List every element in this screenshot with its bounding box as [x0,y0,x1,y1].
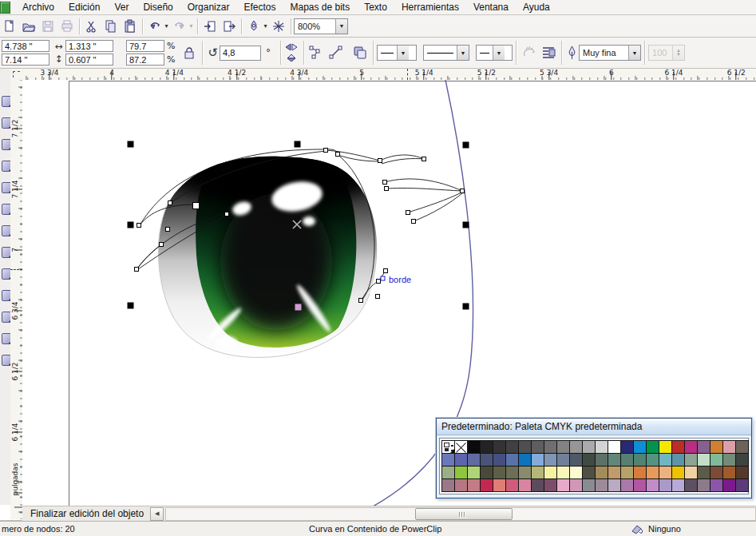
color-swatch[interactable] [621,454,633,466]
color-swatch[interactable] [736,454,748,466]
vertical-ruler[interactable]: 7 3/47 1/27 1/476 3/46 1/26 1/4pulgadas [10,80,23,519]
copy-icon[interactable] [101,18,121,35]
color-swatch[interactable] [506,479,518,491]
app-launcher-dropdown-icon[interactable]: ▾ [262,22,269,30]
color-swatch[interactable] [672,479,684,491]
color-swatch[interactable] [596,441,608,453]
color-swatch[interactable] [519,479,531,491]
color-swatch[interactable] [519,441,531,453]
color-swatch[interactable] [493,454,505,466]
color-swatch[interactable] [455,467,467,478]
chevron-down-icon[interactable]: ▼ [397,46,409,60]
color-swatch[interactable] [493,441,505,453]
menu-ventana[interactable]: Ventana [466,1,516,14]
color-swatch[interactable] [647,479,659,491]
spinner-buttons-icon[interactable]: ▲▼ [672,46,684,60]
menu-herramientas[interactable]: Herramientas [394,1,466,14]
color-swatch[interactable] [455,479,467,491]
menu-edicion[interactable]: Edición [61,1,107,14]
color-swatch[interactable] [621,441,633,453]
color-swatch[interactable] [723,479,735,491]
color-swatch[interactable] [647,441,659,453]
outline-width-combo[interactable]: Muy fina ▼ [579,45,641,61]
color-swatch[interactable] [493,479,505,491]
color-swatch[interactable] [736,467,748,478]
color-swatch[interactable] [557,454,569,466]
scale-y-field[interactable] [126,54,164,66]
color-swatch[interactable] [544,467,556,478]
end-arrowhead-combo[interactable]: ▼ [476,45,513,61]
color-swatch[interactable] [544,454,556,466]
new-document-icon[interactable] [0,18,19,35]
color-swatch[interactable] [698,479,710,491]
color-swatch[interactable] [672,467,684,478]
finish-editing-tab[interactable]: Finalizar edición del objeto [22,508,144,519]
undo-icon[interactable] [145,18,164,35]
combine-icon[interactable] [350,44,370,62]
menu-mapas-de-bits[interactable]: Mapas de bits [283,1,357,14]
color-swatch[interactable] [570,454,582,466]
color-swatch[interactable] [710,454,722,466]
line-style-combo[interactable]: ▼ [423,45,469,61]
color-swatch[interactable] [608,479,620,491]
labeled-node[interactable] [381,276,385,280]
color-swatch[interactable] [557,467,569,478]
menu-efectos[interactable]: Efectos [236,1,283,14]
color-swatch[interactable] [544,479,556,491]
color-swatch[interactable] [493,467,505,478]
color-swatch[interactable] [634,479,646,491]
line-segment-icon[interactable] [327,44,346,62]
eye-artwork[interactable] [158,141,377,357]
color-swatch[interactable] [468,441,480,453]
chevron-down-icon[interactable]: ▼ [335,19,347,34]
color-palette-window[interactable]: Predeterminado: Paleta CMYK predetermina… [436,418,752,498]
color-swatch[interactable] [506,454,518,466]
color-swatch[interactable] [685,479,697,491]
color-swatch[interactable] [570,467,582,478]
chevron-down-icon[interactable]: ▼ [493,46,505,60]
corel-online-icon[interactable] [269,18,288,35]
color-swatch[interactable] [608,441,620,453]
menu-organizar[interactable]: Organizar [180,1,237,14]
lock-ratio-icon[interactable] [180,44,199,62]
color-swatch[interactable] [685,441,697,453]
ruler-origin-corner[interactable] [10,69,23,81]
scrollbar-thumb[interactable] [415,508,513,520]
color-swatch[interactable] [736,479,748,491]
mirror-vertical-icon[interactable] [284,54,299,62]
color-swatch[interactable] [442,467,454,478]
color-swatch[interactable] [532,454,544,466]
start-arrowhead-combo[interactable]: ▼ [377,45,417,61]
color-swatch[interactable] [659,467,671,478]
color-swatch[interactable] [596,467,608,478]
color-swatch[interactable] [532,441,544,453]
position-x-field[interactable] [2,40,49,52]
color-swatch[interactable] [710,467,722,478]
color-swatch[interactable] [557,479,569,491]
chevron-down-icon[interactable]: ▼ [457,46,469,60]
color-swatch[interactable] [659,441,671,453]
color-swatch[interactable] [723,441,735,453]
save-icon[interactable] [38,18,57,35]
export-icon[interactable] [220,18,239,35]
redo-icon[interactable] [170,18,189,35]
menu-texto[interactable]: Texto [357,1,394,14]
color-swatch[interactable] [481,454,493,466]
selected-node[interactable] [295,304,302,311]
color-swatch[interactable] [583,441,595,453]
color-swatch[interactable] [736,441,748,453]
horizontal-scrollbar[interactable] [165,507,756,521]
open-icon[interactable] [19,18,38,35]
opacity-spinner[interactable]: 100 ▲▼ [648,45,685,61]
color-swatch[interactable] [723,467,735,478]
color-swatch[interactable] [583,467,595,478]
paste-icon[interactable] [121,18,140,35]
color-swatch[interactable] [596,454,608,466]
color-swatch[interactable] [710,441,722,453]
color-swatch[interactable] [685,467,697,478]
rotation-angle-field[interactable] [220,46,261,61]
horizontal-ruler[interactable]: pulgadas 3 3/444 1/44 1/24 3/455 1/45 1/… [22,69,756,81]
toolbox-strip[interactable] [0,69,11,505]
no-color-swatch[interactable] [455,441,467,453]
color-swatch[interactable] [442,454,454,466]
